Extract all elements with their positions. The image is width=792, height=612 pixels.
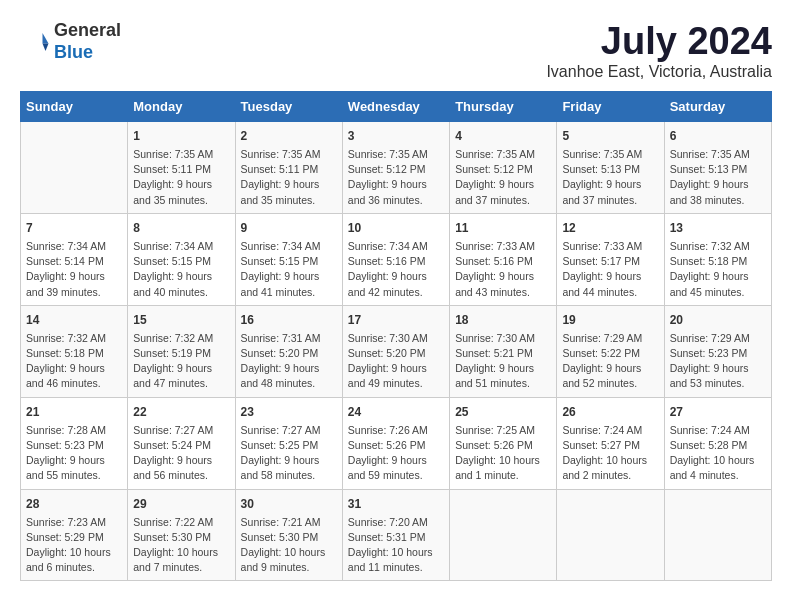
calendar-day-cell: 19Sunrise: 7:29 AMSunset: 5:22 PMDayligh… [557,305,664,397]
calendar-day-cell: 11Sunrise: 7:33 AMSunset: 5:16 PMDayligh… [450,213,557,305]
day-number: 22 [133,403,229,421]
svg-marker-1 [43,43,49,51]
calendar-day-cell: 15Sunrise: 7:32 AMSunset: 5:19 PMDayligh… [128,305,235,397]
day-info: Sunrise: 7:23 AMSunset: 5:29 PMDaylight:… [26,515,122,576]
day-number: 11 [455,219,551,237]
day-info: Sunrise: 7:27 AMSunset: 5:24 PMDaylight:… [133,423,229,484]
calendar-day-cell: 18Sunrise: 7:30 AMSunset: 5:21 PMDayligh… [450,305,557,397]
weekday-header: Monday [128,92,235,122]
day-number: 4 [455,127,551,145]
day-info: Sunrise: 7:28 AMSunset: 5:23 PMDaylight:… [26,423,122,484]
day-info: Sunrise: 7:30 AMSunset: 5:20 PMDaylight:… [348,331,444,392]
weekday-header: Friday [557,92,664,122]
calendar-day-cell: 29Sunrise: 7:22 AMSunset: 5:30 PMDayligh… [128,489,235,581]
day-number: 19 [562,311,658,329]
day-number: 24 [348,403,444,421]
calendar-header-row: SundayMondayTuesdayWednesdayThursdayFrid… [21,92,772,122]
day-number: 12 [562,219,658,237]
calendar-day-cell: 23Sunrise: 7:27 AMSunset: 5:25 PMDayligh… [235,397,342,489]
calendar-week-row: 21Sunrise: 7:28 AMSunset: 5:23 PMDayligh… [21,397,772,489]
calendar-day-cell: 20Sunrise: 7:29 AMSunset: 5:23 PMDayligh… [664,305,771,397]
day-info: Sunrise: 7:33 AMSunset: 5:17 PMDaylight:… [562,239,658,300]
day-number: 23 [241,403,337,421]
day-info: Sunrise: 7:21 AMSunset: 5:30 PMDaylight:… [241,515,337,576]
day-number: 20 [670,311,766,329]
day-number: 6 [670,127,766,145]
day-number: 28 [26,495,122,513]
weekday-header: Thursday [450,92,557,122]
calendar-day-cell: 22Sunrise: 7:27 AMSunset: 5:24 PMDayligh… [128,397,235,489]
month-year-title: July 2024 [546,20,772,63]
day-info: Sunrise: 7:31 AMSunset: 5:20 PMDaylight:… [241,331,337,392]
calendar-day-cell: 31Sunrise: 7:20 AMSunset: 5:31 PMDayligh… [342,489,449,581]
calendar-day-cell: 10Sunrise: 7:34 AMSunset: 5:16 PMDayligh… [342,213,449,305]
day-number: 5 [562,127,658,145]
calendar-day-cell: 4Sunrise: 7:35 AMSunset: 5:12 PMDaylight… [450,122,557,214]
day-info: Sunrise: 7:32 AMSunset: 5:19 PMDaylight:… [133,331,229,392]
day-info: Sunrise: 7:34 AMSunset: 5:14 PMDaylight:… [26,239,122,300]
calendar-table: SundayMondayTuesdayWednesdayThursdayFrid… [20,91,772,581]
calendar-day-cell [450,489,557,581]
location-subtitle: Ivanhoe East, Victoria, Australia [546,63,772,81]
calendar-day-cell [21,122,128,214]
day-info: Sunrise: 7:25 AMSunset: 5:26 PMDaylight:… [455,423,551,484]
calendar-day-cell: 2Sunrise: 7:35 AMSunset: 5:11 PMDaylight… [235,122,342,214]
day-info: Sunrise: 7:29 AMSunset: 5:23 PMDaylight:… [670,331,766,392]
calendar-day-cell [557,489,664,581]
day-number: 2 [241,127,337,145]
calendar-day-cell: 14Sunrise: 7:32 AMSunset: 5:18 PMDayligh… [21,305,128,397]
day-info: Sunrise: 7:24 AMSunset: 5:27 PMDaylight:… [562,423,658,484]
calendar-day-cell: 25Sunrise: 7:25 AMSunset: 5:26 PMDayligh… [450,397,557,489]
calendar-day-cell: 5Sunrise: 7:35 AMSunset: 5:13 PMDaylight… [557,122,664,214]
day-number: 7 [26,219,122,237]
day-number: 14 [26,311,122,329]
day-info: Sunrise: 7:33 AMSunset: 5:16 PMDaylight:… [455,239,551,300]
day-number: 21 [26,403,122,421]
calendar-day-cell: 21Sunrise: 7:28 AMSunset: 5:23 PMDayligh… [21,397,128,489]
day-number: 13 [670,219,766,237]
day-info: Sunrise: 7:24 AMSunset: 5:28 PMDaylight:… [670,423,766,484]
day-info: Sunrise: 7:35 AMSunset: 5:13 PMDaylight:… [670,147,766,208]
calendar-week-row: 14Sunrise: 7:32 AMSunset: 5:18 PMDayligh… [21,305,772,397]
day-number: 27 [670,403,766,421]
day-number: 8 [133,219,229,237]
calendar-day-cell: 17Sunrise: 7:30 AMSunset: 5:20 PMDayligh… [342,305,449,397]
calendar-day-cell: 16Sunrise: 7:31 AMSunset: 5:20 PMDayligh… [235,305,342,397]
weekday-header: Tuesday [235,92,342,122]
day-number: 26 [562,403,658,421]
calendar-week-row: 28Sunrise: 7:23 AMSunset: 5:29 PMDayligh… [21,489,772,581]
day-number: 3 [348,127,444,145]
day-number: 18 [455,311,551,329]
calendar-day-cell: 1Sunrise: 7:35 AMSunset: 5:11 PMDaylight… [128,122,235,214]
calendar-day-cell: 13Sunrise: 7:32 AMSunset: 5:18 PMDayligh… [664,213,771,305]
day-number: 10 [348,219,444,237]
weekday-header: Saturday [664,92,771,122]
day-number: 31 [348,495,444,513]
calendar-day-cell: 8Sunrise: 7:34 AMSunset: 5:15 PMDaylight… [128,213,235,305]
day-number: 15 [133,311,229,329]
day-info: Sunrise: 7:34 AMSunset: 5:15 PMDaylight:… [241,239,337,300]
day-info: Sunrise: 7:35 AMSunset: 5:12 PMDaylight:… [348,147,444,208]
calendar-day-cell: 7Sunrise: 7:34 AMSunset: 5:14 PMDaylight… [21,213,128,305]
day-number: 30 [241,495,337,513]
calendar-day-cell: 9Sunrise: 7:34 AMSunset: 5:15 PMDaylight… [235,213,342,305]
weekday-header: Sunday [21,92,128,122]
day-number: 17 [348,311,444,329]
calendar-day-cell: 6Sunrise: 7:35 AMSunset: 5:13 PMDaylight… [664,122,771,214]
calendar-day-cell [664,489,771,581]
logo-text: General Blue [54,20,121,63]
day-number: 1 [133,127,229,145]
day-info: Sunrise: 7:35 AMSunset: 5:11 PMDaylight:… [241,147,337,208]
calendar-day-cell: 27Sunrise: 7:24 AMSunset: 5:28 PMDayligh… [664,397,771,489]
svg-marker-0 [43,33,49,44]
calendar-day-cell: 3Sunrise: 7:35 AMSunset: 5:12 PMDaylight… [342,122,449,214]
day-info: Sunrise: 7:22 AMSunset: 5:30 PMDaylight:… [133,515,229,576]
day-number: 25 [455,403,551,421]
weekday-header: Wednesday [342,92,449,122]
day-info: Sunrise: 7:35 AMSunset: 5:12 PMDaylight:… [455,147,551,208]
calendar-day-cell: 26Sunrise: 7:24 AMSunset: 5:27 PMDayligh… [557,397,664,489]
day-info: Sunrise: 7:29 AMSunset: 5:22 PMDaylight:… [562,331,658,392]
calendar-week-row: 7Sunrise: 7:34 AMSunset: 5:14 PMDaylight… [21,213,772,305]
day-info: Sunrise: 7:20 AMSunset: 5:31 PMDaylight:… [348,515,444,576]
calendar-day-cell: 28Sunrise: 7:23 AMSunset: 5:29 PMDayligh… [21,489,128,581]
